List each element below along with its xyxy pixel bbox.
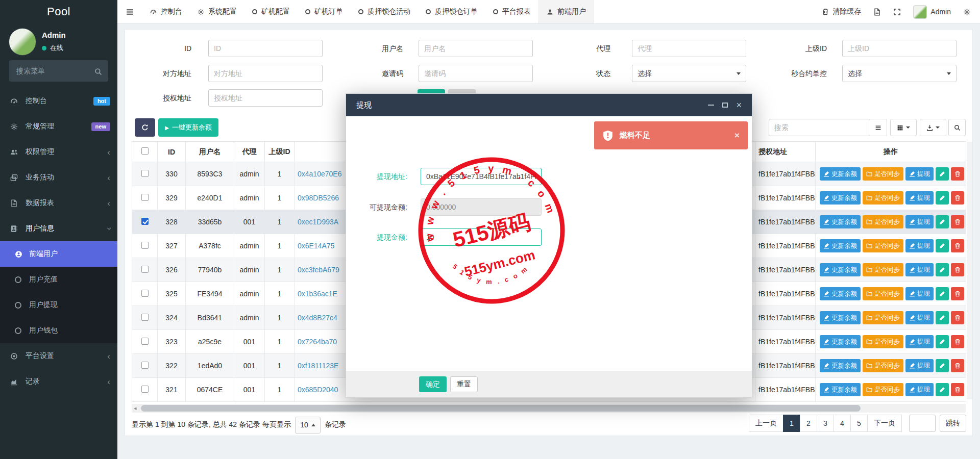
row-checkbox[interactable] bbox=[141, 242, 149, 249]
delete-button[interactable] bbox=[951, 239, 964, 252]
sync-button[interactable]: 是否同步 bbox=[863, 383, 903, 396]
update-balance-button[interactable]: 更新余额 bbox=[820, 167, 861, 181]
sidebar-item-user-info[interactable]: 用户信息 ‹ bbox=[0, 216, 117, 241]
sidebar-search-input[interactable] bbox=[15, 66, 94, 75]
prev-page-button[interactable]: 上一页 bbox=[749, 415, 783, 432]
delete-button[interactable] bbox=[951, 287, 964, 300]
tab-staking-orders[interactable]: 质押锁仓订单 bbox=[418, 0, 485, 23]
filter-id-input[interactable] bbox=[208, 40, 323, 57]
filter-status-select[interactable]: 选择 bbox=[632, 65, 746, 82]
row-checkbox-checked[interactable] bbox=[141, 218, 149, 225]
edit-button[interactable] bbox=[936, 287, 949, 300]
sidebar-item-frontend-users[interactable]: 前端用户 bbox=[0, 241, 117, 267]
update-balance-button[interactable]: 更新余额 bbox=[820, 263, 861, 276]
alert-close-icon[interactable]: × bbox=[734, 131, 740, 141]
filter-auth-input[interactable] bbox=[208, 89, 323, 107]
tab-staking-activity[interactable]: 质押锁仓活动 bbox=[351, 0, 418, 23]
edit-button[interactable] bbox=[936, 383, 949, 396]
sync-button[interactable]: 是否同步 bbox=[863, 215, 903, 228]
withdraw-button[interactable]: 提现 bbox=[905, 383, 934, 396]
scrollbar-thumb[interactable] bbox=[141, 405, 861, 412]
edit-button[interactable] bbox=[936, 335, 949, 348]
horizontal-scrollbar[interactable]: ◂ bbox=[132, 404, 966, 413]
tab-dashboard[interactable]: 控制台 bbox=[142, 0, 190, 23]
withdraw-button[interactable]: 提现 bbox=[905, 287, 934, 300]
toggle-view-button[interactable] bbox=[869, 119, 887, 136]
scroll-left-arrow-icon[interactable]: ◂ bbox=[134, 404, 137, 412]
sidebar-search[interactable] bbox=[9, 60, 108, 82]
edit-button[interactable] bbox=[936, 263, 949, 276]
sync-button[interactable]: 是否同步 bbox=[863, 335, 903, 348]
tab-miner-orders[interactable]: 矿机订单 bbox=[298, 0, 351, 23]
sidebar-item-business[interactable]: 业务活动 ‹ bbox=[0, 165, 117, 190]
sync-button[interactable]: 是否同步 bbox=[863, 263, 903, 276]
page-button-3[interactable]: 3 bbox=[817, 415, 834, 432]
page-button-5[interactable]: 5 bbox=[850, 415, 868, 432]
account-menu[interactable]: Admin bbox=[913, 5, 951, 19]
update-balance-button[interactable]: 更新余额 bbox=[820, 215, 861, 228]
tab-miner-config[interactable]: 矿机配置 bbox=[244, 0, 298, 23]
minimize-icon[interactable] bbox=[708, 105, 714, 106]
columns-button[interactable] bbox=[890, 119, 917, 136]
row-checkbox[interactable] bbox=[141, 338, 149, 345]
update-balance-button[interactable]: 更新余额 bbox=[820, 383, 861, 396]
withdraw-button[interactable]: 提现 bbox=[905, 263, 934, 276]
withdraw-button[interactable]: 提现 bbox=[905, 311, 934, 324]
sync-button[interactable]: 是否同步 bbox=[863, 239, 903, 252]
withdraw-amount-input[interactable] bbox=[421, 228, 542, 246]
table-search-input[interactable] bbox=[769, 119, 871, 136]
edit-button[interactable] bbox=[936, 191, 949, 205]
page-size-select[interactable]: 10 bbox=[295, 417, 321, 434]
sidebar-item-user-wallet[interactable]: 用户钱包 bbox=[0, 318, 117, 343]
modal-header[interactable]: 提现 × bbox=[346, 94, 752, 116]
jump-button[interactable]: 跳转 bbox=[940, 415, 966, 432]
maximize-icon[interactable] bbox=[722, 103, 728, 108]
sidebar-item-platform-settings[interactable]: 平台设置 ‹ bbox=[0, 343, 117, 369]
update-all-balance-button[interactable]: ▶ 一键更新余额 bbox=[158, 118, 218, 137]
page-button-1[interactable]: 1 bbox=[783, 415, 800, 432]
withdraw-button[interactable]: 提现 bbox=[905, 167, 934, 181]
edit-button[interactable] bbox=[936, 239, 949, 252]
update-balance-button[interactable]: 更新余额 bbox=[820, 335, 861, 348]
sidebar-item-records[interactable]: 记录 ‹ bbox=[0, 369, 117, 394]
filter-invite-input[interactable] bbox=[419, 65, 533, 82]
page-button-4[interactable]: 4 bbox=[834, 415, 851, 432]
language-button[interactable] bbox=[873, 8, 881, 16]
withdraw-button[interactable]: 提现 bbox=[905, 359, 934, 372]
confirm-button[interactable]: 确定 bbox=[419, 376, 447, 392]
edit-button[interactable] bbox=[936, 359, 949, 372]
reset-button[interactable]: 重置 bbox=[450, 376, 478, 392]
delete-button[interactable] bbox=[951, 383, 964, 396]
sidebar-item-dashboard[interactable]: 控制台 hot bbox=[0, 88, 117, 114]
delete-button[interactable] bbox=[951, 335, 964, 348]
withdraw-button[interactable]: 提现 bbox=[905, 239, 934, 252]
sync-button[interactable]: 是否同步 bbox=[863, 287, 903, 300]
refresh-button[interactable] bbox=[135, 118, 155, 137]
update-balance-button[interactable]: 更新余额 bbox=[820, 239, 861, 252]
delete-button[interactable] bbox=[951, 311, 964, 324]
next-page-button[interactable]: 下一页 bbox=[867, 415, 902, 432]
sidebar-item-general[interactable]: 常规管理 new bbox=[0, 114, 117, 139]
delete-button[interactable] bbox=[951, 167, 964, 181]
sync-button[interactable]: 是否同步 bbox=[863, 311, 903, 324]
search-toggle-button[interactable] bbox=[948, 119, 966, 136]
edit-button[interactable] bbox=[936, 167, 949, 181]
update-balance-button[interactable]: 更新余额 bbox=[820, 311, 861, 324]
page-button-2[interactable]: 2 bbox=[800, 415, 817, 432]
delete-button[interactable] bbox=[951, 191, 964, 205]
sidebar-item-permissions[interactable]: 权限管理 ‹ bbox=[0, 139, 117, 165]
withdraw-button[interactable]: 提现 bbox=[905, 215, 934, 228]
filter-address-input[interactable] bbox=[208, 65, 323, 82]
tab-frontend-users[interactable]: 前端用户 bbox=[538, 0, 594, 23]
row-checkbox[interactable] bbox=[141, 314, 149, 321]
sync-button[interactable]: 是否同步 bbox=[863, 167, 903, 181]
edit-button[interactable] bbox=[936, 215, 949, 228]
filter-parent-input[interactable] bbox=[842, 40, 957, 57]
tab-platform-reports[interactable]: 平台报表 bbox=[485, 0, 538, 23]
sidebar-item-reports[interactable]: 数据报表 ‹ bbox=[0, 190, 117, 216]
sidebar-item-user-recharge[interactable]: 用户充值 bbox=[0, 267, 117, 292]
sidebar-item-user-withdraw[interactable]: 用户提现 bbox=[0, 292, 117, 318]
sync-button[interactable]: 是否同步 bbox=[863, 191, 903, 205]
hamburger-icon[interactable] bbox=[117, 8, 142, 16]
filter-agent-input[interactable] bbox=[632, 40, 746, 57]
